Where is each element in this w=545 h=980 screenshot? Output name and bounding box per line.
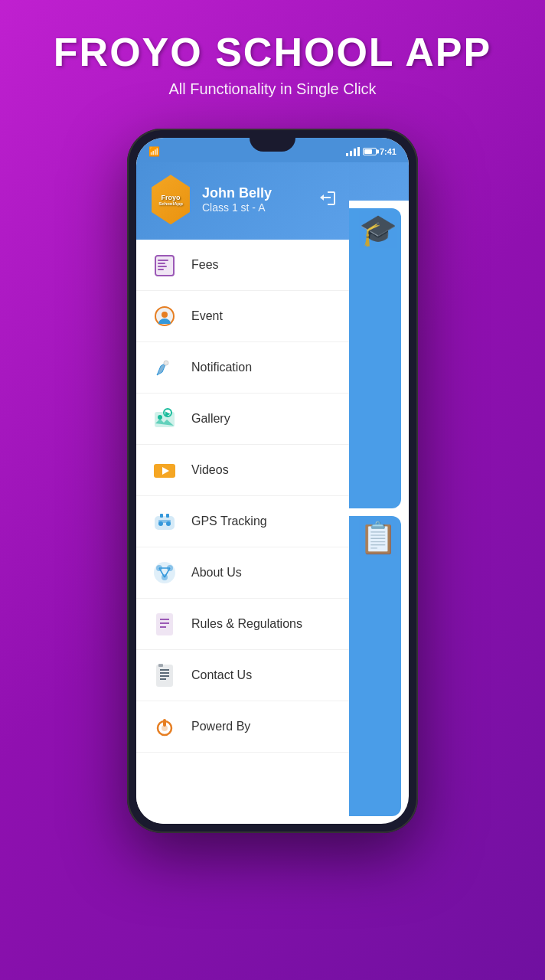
logout-button[interactable] [318,188,337,211]
page-subtitle: All Functionality in Single Click [54,80,491,98]
svg-rect-1 [158,260,168,261]
gallery-icon: ▶ [150,404,179,433]
page-header: FROYO SCHOOL APP All Functionality in Si… [38,0,507,113]
phone: 📶 7:41 FROYO SCHOOL APP [127,129,418,833]
svg-rect-4 [158,269,164,270]
wifi-icon: 📶 [148,146,160,157]
svg-point-40 [162,725,168,731]
phone-screen: 📶 7:41 FROYO SCHOOL APP [136,138,409,824]
svg-point-8 [164,361,168,365]
user-name: John Belly [202,185,272,201]
videos-label: Videos [191,463,229,477]
about-label: About Us [191,566,242,580]
svg-rect-28 [157,614,172,635]
battery-indicator [363,148,377,155]
svg-rect-16 [160,514,163,518]
svg-rect-17 [166,514,169,518]
event-label: Event [191,309,223,323]
svg-rect-2 [158,263,165,264]
menu-item-rules[interactable]: Rules & Regulations [136,599,349,650]
menu-item-videos[interactable]: Videos [136,445,349,496]
status-time: 7:41 [380,147,397,156]
signal-bars [346,147,360,156]
about-icon [150,558,179,587]
notch [250,138,295,152]
menu-item-fees[interactable]: Fees [136,240,349,291]
navigation-drawer: Froyo SchoolApp John Belly Class 1 st - … [136,162,349,824]
menu-item-contact[interactable]: Contact Us [136,650,349,701]
svg-point-7 [162,312,168,318]
user-class: Class 1 st - A [202,201,272,214]
svg-rect-20 [158,520,171,523]
drawer-header: Froyo SchoolApp John Belly Class 1 st - … [136,162,349,240]
menu-list: Fees Event [136,240,349,824]
logo-text: Froyo [161,194,180,201]
fees-label: Fees [191,258,219,272]
phone-wrapper: 📶 7:41 FROYO SCHOOL APP [127,129,418,833]
menu-item-notification[interactable]: Notification [136,342,349,394]
svg-rect-37 [158,664,163,667]
contact-label: Contact Us [191,668,252,682]
rules-icon [150,609,179,639]
notification-icon [150,353,179,382]
power-icon [150,712,179,741]
logo-sub: SchoolApp [158,201,183,206]
powerd-label: Powerd By [191,720,250,733]
menu-item-gps[interactable]: GPS Tracking [136,496,349,547]
menu-item-about[interactable]: About Us [136,547,349,599]
menu-item-powerd[interactable]: Powerd By [136,701,349,753]
rules-label: Rules & Regulations [191,617,302,631]
gps-icon [150,507,179,536]
notification-label: Notification [191,361,252,374]
gps-label: GPS Tracking [191,514,267,528]
gallery-label: Gallery [191,412,230,426]
page-title: FROYO SCHOOL APP [54,31,491,74]
menu-item-event[interactable]: Event [136,291,349,342]
menu-item-gallery[interactable]: ▶ Gallery [136,394,349,445]
event-icon [150,302,179,331]
svg-text:▶: ▶ [165,410,171,417]
video-icon [150,456,179,485]
app-logo: Froyo SchoolApp [148,175,193,224]
contact-icon [150,661,179,690]
fees-icon [150,250,179,279]
svg-rect-3 [158,266,167,267]
